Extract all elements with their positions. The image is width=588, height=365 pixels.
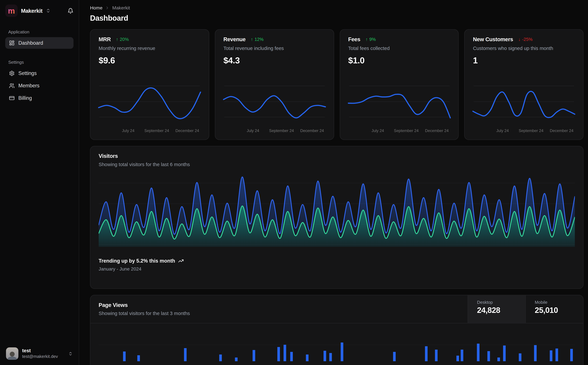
page-views-card: Page Views Showing total visitors for th… <box>90 295 583 365</box>
visitors-card: Visitors Showing total visitors for the … <box>90 146 583 289</box>
visitors-footer: Trending up by 5.2% this month January -… <box>99 258 575 272</box>
visitors-title: Visitors <box>99 153 575 159</box>
trend-arrow-icon: ↑ <box>251 37 253 42</box>
pv-cell-value: 24,828 <box>477 306 516 315</box>
user-meta: test test@makerkit.dev <box>22 348 58 359</box>
trending-up-icon <box>178 258 184 264</box>
sidebar-item-label: Billing <box>18 95 32 101</box>
chevron-right-icon <box>105 6 110 10</box>
sidebar-item-billing[interactable]: Billing <box>5 92 74 104</box>
stat-title: Fees <box>348 36 360 42</box>
user-name: test <box>22 348 58 354</box>
x-tick: December 24 <box>550 128 574 133</box>
sidebar-section-application: Application <box>8 30 73 34</box>
dashboard-icon <box>9 40 14 46</box>
mini-chart: July 24 September 24 December 24 <box>99 83 201 134</box>
stat-subtitle: Total fees collected <box>348 45 450 51</box>
visitors-subtitle: Showing total visitors for the last 6 mo… <box>99 162 575 167</box>
stat-subtitle: Monthly recurring revenue <box>99 45 201 51</box>
trend-badge: ↑12% <box>251 37 263 42</box>
pv-cell-label: Desktop <box>477 300 516 305</box>
trend-badge: ↓-25% <box>518 37 533 42</box>
x-tick: September 24 <box>519 128 544 133</box>
pv-cell-value: 25,010 <box>535 306 574 315</box>
page-views-toggle-desktop[interactable]: Desktop 24,828 <box>468 295 525 323</box>
breadcrumb-current: Makerkit <box>112 5 130 11</box>
users-icon <box>9 83 14 89</box>
mini-chart: July 24 September 24 December 24 <box>223 83 325 134</box>
stat-value: $9.6 <box>99 56 201 66</box>
stat-value: $1.0 <box>348 56 450 66</box>
stat-card-new-customers: New Customers ↓-25% Customers who signed… <box>464 29 583 140</box>
trend-arrow-icon: ↓ <box>518 37 521 42</box>
main-content: Home Makerkit Dashboard MRR ↑20% Monthly… <box>79 0 588 365</box>
mini-chart: July 24 September 24 December 24 <box>473 83 575 134</box>
page-views-title: Page Views <box>99 302 459 308</box>
x-tick: September 24 <box>144 128 169 133</box>
trend-badge: ↑20% <box>116 37 129 42</box>
chevrons-up-down-icon <box>46 8 51 13</box>
trend-arrow-icon: ↑ <box>116 37 118 42</box>
x-tick: July 24 <box>372 128 384 133</box>
breadcrumb-home[interactable]: Home <box>90 5 103 11</box>
x-tick: July 24 <box>122 128 134 133</box>
page-views-toggle-mobile[interactable]: Mobile 25,010 <box>525 295 583 323</box>
page-title: Dashboard <box>90 14 583 22</box>
stat-card-mrr: MRR ↑20% Monthly recurring revenue $9.6 … <box>90 29 209 140</box>
app-root: m Makerkit Application Dashboard Setting… <box>0 0 588 365</box>
visitors-trend-text: Trending up by 5.2% this month <box>99 258 175 264</box>
workspace-selector[interactable]: m Makerkit <box>5 5 74 17</box>
notifications-bell-icon[interactable] <box>68 8 73 14</box>
avatar <box>6 347 18 360</box>
sidebar: m Makerkit Application Dashboard Setting… <box>0 0 79 365</box>
sidebar-section-settings: Settings <box>8 60 73 64</box>
page-views-bar-chart <box>99 323 575 361</box>
makerkit-logo: m <box>5 5 18 17</box>
logo-letter: m <box>8 7 15 15</box>
visitors-date-range: January - June 2024 <box>99 266 575 272</box>
stat-subtitle: Total revenue including fees <box>223 45 325 51</box>
sidebar-item-label: Dashboard <box>18 40 43 46</box>
gear-icon <box>9 70 14 76</box>
stat-cards-row: MRR ↑20% Monthly recurring revenue $9.6 … <box>90 29 583 140</box>
x-tick: December 24 <box>175 128 199 133</box>
user-menu[interactable]: test test@makerkit.dev <box>5 346 74 361</box>
x-tick: September 24 <box>394 128 419 133</box>
user-email: test@makerkit.dev <box>22 354 58 359</box>
page-views-subtitle: Showing total visitors for the last 3 mo… <box>99 311 459 316</box>
stat-subtitle: Customers who signed up this month <box>473 45 575 51</box>
chevrons-up-down-icon <box>68 351 73 356</box>
trend-badge: ↑9% <box>366 37 376 42</box>
sidebar-item-members[interactable]: Members <box>5 80 74 91</box>
visitors-area-chart <box>99 173 575 247</box>
trend-arrow-icon: ↑ <box>366 37 368 42</box>
mini-chart: July 24 September 24 December 24 <box>348 83 450 134</box>
sidebar-item-dashboard[interactable]: Dashboard <box>5 37 74 49</box>
stat-card-fees: Fees ↑9% Total fees collected $1.0 July … <box>339 29 459 140</box>
credit-card-icon <box>9 95 14 101</box>
x-tick: July 24 <box>247 128 259 133</box>
x-tick: July 24 <box>496 128 509 133</box>
stat-title: New Customers <box>473 36 513 42</box>
stat-value: $4.3 <box>223 56 325 66</box>
x-tick: December 24 <box>300 128 324 133</box>
stat-title: Revenue <box>223 36 246 42</box>
workspace-name: Makerkit <box>21 8 42 14</box>
x-tick: December 24 <box>425 128 449 133</box>
page-views-header: Page Views Showing total visitors for th… <box>90 295 583 323</box>
sidebar-item-label: Settings <box>18 70 37 76</box>
stat-value: 1 <box>473 56 575 66</box>
sidebar-item-settings[interactable]: Settings <box>5 68 74 79</box>
sidebar-item-label: Members <box>18 83 40 89</box>
breadcrumb: Home Makerkit <box>90 5 583 11</box>
x-tick: September 24 <box>269 128 294 133</box>
stat-card-revenue: Revenue ↑12% Total revenue including fee… <box>215 29 334 140</box>
pv-cell-label: Mobile <box>535 300 574 305</box>
stat-title: MRR <box>99 36 111 42</box>
